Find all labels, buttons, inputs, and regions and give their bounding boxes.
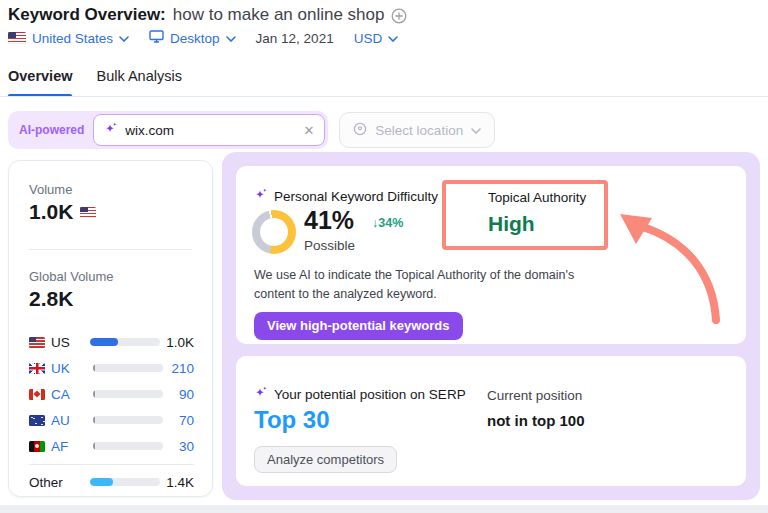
volume-value: 1.0K [29, 200, 96, 224]
kd-delta: ↓34% [372, 216, 403, 230]
global-volume-number: 2.8K [29, 287, 73, 311]
kd-description: We use AI to indicate the Topical Author… [254, 266, 606, 304]
topical-authority-value: High [488, 212, 535, 236]
device-dropdown-label: Desktop [170, 31, 220, 46]
page-bottom-edge [0, 505, 768, 513]
global-volume-value: 2.8K [29, 287, 73, 311]
kd-title: Personal Keyword Difficulty [274, 189, 438, 204]
keyword-overview-page: Keyword Overview: how to make an online … [0, 0, 768, 513]
select-location-placeholder: Select location [375, 123, 463, 138]
tab-overview[interactable]: Overview [8, 68, 73, 84]
country-label: US [51, 335, 84, 350]
country-volume-bar [90, 338, 160, 346]
us-flag-icon [8, 32, 26, 44]
add-keyword-icon[interactable] [391, 8, 407, 24]
serp-position-card: Your potential position on SERP Top 30 C… [236, 356, 746, 486]
country-volume-bar [93, 390, 163, 398]
tab-bulk-analysis[interactable]: Bulk Analysis [97, 68, 182, 84]
desktop-icon [149, 30, 164, 46]
sparkles-icon [254, 386, 268, 402]
country-row-us: US1.0K [29, 329, 194, 355]
global-volume-label: Global Volume [29, 269, 114, 284]
ai-powered-badge: AI-powered [19, 123, 84, 137]
country-volume-value: 1.0K [166, 335, 194, 350]
filter-bar: United States Desktop Jan 12, 2021 USD [8, 30, 398, 46]
domain-input[interactable]: wix.com ✕ [93, 114, 325, 146]
af-flag-icon [29, 441, 45, 452]
page-title-keyword: how to make an online shop [173, 5, 385, 25]
country-label[interactable]: UK [51, 361, 87, 376]
country-row-au[interactable]: AU70 [29, 407, 194, 433]
country-row-af[interactable]: AF30 [29, 433, 194, 459]
chevron-down-icon [119, 36, 129, 42]
country-list: US1.0KUK210CA90AU70AF30Other1.4K [29, 329, 194, 495]
volume-label: Volume [29, 182, 72, 197]
ai-insights-panel: Personal Keyword Difficulty 41% ↓34% Pos… [222, 152, 760, 500]
analyze-competitors-button[interactable]: Analyze competitors [254, 446, 397, 473]
country-volume-bar-fill [93, 364, 95, 372]
country-volume-value[interactable]: 210 [169, 361, 194, 376]
country-volume-bar-fill [90, 478, 112, 486]
potential-position-value: Top 30 [254, 406, 330, 434]
country-volume-value: 1.4K [166, 475, 194, 490]
country-volume-value[interactable]: 70 [169, 413, 194, 428]
currency-dropdown-label: USD [354, 31, 383, 46]
volume-card: Volume 1.0K Global Volume 2.8K US1.0KUK2… [8, 160, 213, 497]
us-flag-icon [29, 337, 45, 348]
country-volume-bar-fill [93, 442, 95, 450]
country-volume-value[interactable]: 90 [169, 387, 194, 402]
country-label[interactable]: AU [51, 413, 87, 428]
serp-title: Your potential position on SERP [274, 387, 466, 402]
page-title-label: Keyword Overview: [8, 5, 166, 25]
sparkles-icon [254, 188, 268, 204]
serp-title-row: Your potential position on SERP [254, 386, 466, 402]
date-label: Jan 12, 2021 [256, 31, 334, 46]
view-keywords-button[interactable]: View high-potential keywords [254, 312, 463, 340]
currency-dropdown[interactable]: USD [354, 31, 399, 46]
country-row-ca[interactable]: CA90 [29, 381, 194, 407]
country-volume-bar [90, 478, 160, 486]
chevron-down-icon [388, 36, 398, 42]
ca-flag-icon [29, 389, 45, 400]
page-title: Keyword Overview: how to make an online … [8, 5, 407, 25]
country-volume-bar-fill [93, 390, 95, 398]
country-row-other: Other1.4K [29, 469, 194, 495]
divider [29, 464, 194, 465]
topical-authority-label: Topical Authority [488, 190, 586, 205]
search-row: AI-powered wix.com ✕ Select location [8, 111, 495, 149]
au-flag-icon [29, 415, 45, 426]
kd-status: Possible [304, 238, 355, 253]
domain-input-value: wix.com [125, 123, 296, 138]
keyword-difficulty-card: Personal Keyword Difficulty 41% ↓34% Pos… [236, 166, 746, 344]
country-volume-bar-fill [93, 416, 95, 424]
location-dropdown-label: United States [32, 31, 113, 46]
current-position-value: not in top 100 [487, 412, 585, 429]
country-volume-bar [93, 442, 163, 450]
chevron-down-icon [226, 36, 236, 42]
location-dropdown[interactable]: United States [8, 31, 129, 46]
country-volume-bar-fill [90, 338, 117, 346]
clear-input-icon[interactable]: ✕ [303, 124, 314, 137]
country-label[interactable]: CA [51, 387, 87, 402]
country-volume-value[interactable]: 30 [169, 439, 194, 454]
divider [29, 249, 192, 250]
country-label[interactable]: AF [51, 439, 87, 454]
sparkles-icon [104, 121, 118, 139]
kd-title-row: Personal Keyword Difficulty [254, 188, 438, 204]
tab-divider [0, 96, 768, 97]
tab-bar: Overview Bulk Analysis [8, 68, 182, 84]
country-volume-bar [93, 364, 163, 372]
uk-flag-icon [29, 363, 45, 374]
kd-percent: 41% [304, 206, 354, 235]
device-dropdown[interactable]: Desktop [149, 30, 236, 46]
us-flag-icon [80, 207, 96, 218]
ai-powered-wrapper: AI-powered wix.com ✕ [8, 111, 328, 149]
select-location-dropdown[interactable]: Select location [339, 112, 495, 148]
country-volume-bar [93, 416, 163, 424]
location-pin-icon [353, 122, 367, 139]
current-position-label: Current position [487, 388, 582, 403]
volume-number: 1.0K [29, 200, 73, 224]
kd-donut-chart [252, 210, 296, 254]
chevron-down-icon [471, 128, 481, 134]
country-row-uk[interactable]: UK210 [29, 355, 194, 381]
